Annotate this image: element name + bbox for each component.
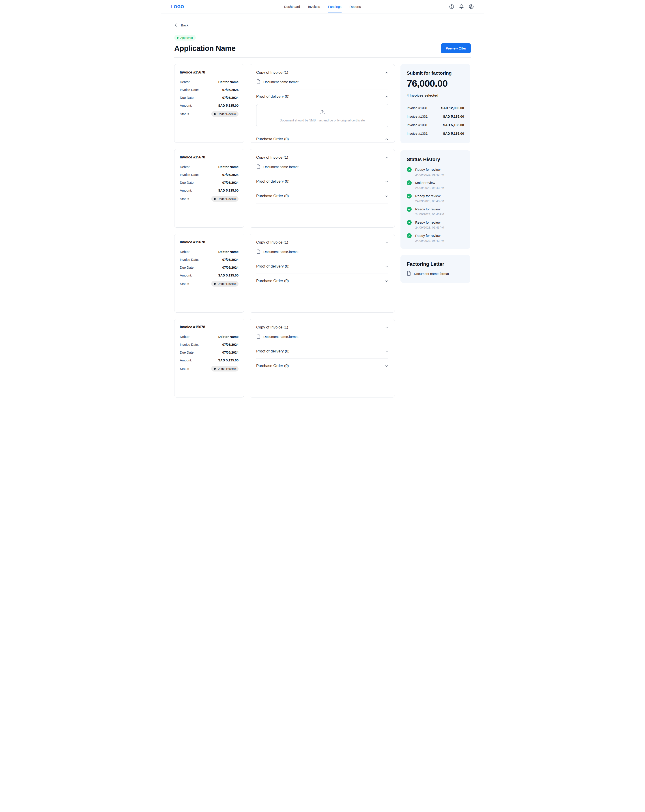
purchase-order-section-toggle[interactable]: Purchase Order (0)	[256, 193, 388, 199]
proof-of-delivery-section-toggle[interactable]: Proof of delivery (0)	[256, 179, 388, 184]
chevron-up-icon[interactable]	[385, 326, 388, 329]
section-divider	[256, 344, 388, 344]
nav-item-dashboard[interactable]: Dashboard	[284, 0, 300, 13]
amount-value: SAD 5,135.00	[218, 189, 238, 192]
document-link[interactable]: Document name.format	[256, 164, 388, 169]
back-link[interactable]: Back	[174, 23, 188, 27]
file-icon	[407, 271, 411, 276]
due-date-label: Due Date:	[180, 181, 194, 185]
chevron-down-icon[interactable]	[385, 350, 388, 353]
check-circle-icon	[407, 167, 412, 172]
copy-of-invoice-section-toggle[interactable]: Copy of Invoice (1)	[256, 155, 388, 160]
upload-dropzone[interactable]: Document should be 5MB max and be only o…	[256, 104, 388, 127]
invoice-summary-card: Invoice #15678 Debtor:Debtor Name Invoic…	[174, 149, 244, 227]
check-circle-icon	[407, 220, 412, 225]
file-icon	[256, 249, 261, 255]
status-history-item: Ready for review 24/09/2023, 06:43PM	[407, 234, 464, 243]
chevron-up-icon[interactable]	[385, 241, 388, 244]
user-account-icon[interactable]	[469, 4, 474, 9]
invoice-number: Invoice #15678	[180, 155, 238, 159]
factoring-letter-title: Factoring Letter	[407, 261, 464, 267]
debtor-value: Debtor Name	[218, 165, 238, 169]
chevron-up-icon[interactable]	[385, 137, 388, 141]
status-history-timeline: Ready for review 24/09/2023, 06:43PM Mak…	[407, 167, 464, 243]
dark-dot-icon	[214, 368, 216, 370]
status-history-item: Ready for review 24/09/2023, 06:43PM	[407, 207, 464, 220]
invoice-rows-column: Invoice #15678 Debtor:Debtor Name Invoic…	[174, 64, 395, 397]
status-history-title: Status History	[407, 157, 464, 162]
chevron-up-icon[interactable]	[385, 95, 388, 98]
section-divider	[256, 288, 388, 288]
header-divider	[174, 57, 471, 58]
purchase-order-section-toggle[interactable]: Purchase Order (0)	[256, 136, 388, 142]
due-date-label: Due Date:	[180, 266, 194, 269]
documents-panel: Copy of Invoice (1) Document name.format…	[250, 319, 395, 397]
amount-label: Amount:	[180, 359, 192, 362]
check-circle-icon	[407, 180, 412, 185]
total-amount: 76,000.00	[407, 78, 464, 89]
chevron-up-icon[interactable]	[385, 156, 388, 159]
check-circle-icon	[407, 233, 412, 238]
section-divider	[256, 189, 388, 189]
panel-divider	[407, 101, 464, 101]
file-icon	[256, 79, 261, 85]
invoice-summary-card: Invoice #15678 Debtor:Debtor Name Invoic…	[174, 319, 244, 397]
debtor-value: Debtor Name	[218, 250, 238, 253]
proof-of-delivery-section-toggle[interactable]: Proof of delivery (0)	[256, 94, 388, 99]
chevron-down-icon[interactable]	[385, 364, 388, 368]
preview-offer-button[interactable]: Preview Offer	[441, 43, 471, 53]
debtor-label: Debtor:	[180, 165, 191, 169]
section-divider	[256, 174, 388, 174]
invoice-date-value: 07/05/2024	[222, 173, 238, 177]
copy-of-invoice-section-toggle[interactable]: Copy of Invoice (1)	[256, 240, 388, 245]
primary-nav: Dashboard Invoices Fundings Reports	[284, 0, 361, 13]
under-review-pill: Under Review	[211, 111, 238, 117]
invoice-summary-card: Invoice #15678 Debtor:Debtor Name Invoic…	[174, 234, 244, 313]
status-label: Status	[180, 282, 189, 286]
purchase-order-section-toggle[interactable]: Purchase Order (0)	[256, 363, 388, 369]
under-review-pill: Under Review	[211, 281, 238, 287]
document-link[interactable]: Document name.format	[256, 79, 388, 85]
invoice-row-4: Invoice #15678 Debtor:Debtor Name Invoic…	[174, 319, 395, 397]
amount-value: SAD 5,135.00	[218, 104, 238, 107]
status-label: Status	[180, 197, 189, 201]
invoice-date-value: 07/05/2024	[222, 343, 238, 346]
chevron-down-icon[interactable]	[385, 265, 388, 268]
submit-for-factoring-panel: Submit for factoring 76,000.00 4 Invoice…	[400, 64, 470, 143]
app-logo[interactable]: LOGO	[171, 4, 184, 9]
nav-item-reports[interactable]: Reports	[349, 0, 361, 13]
dark-dot-icon	[214, 113, 216, 115]
chevron-up-icon[interactable]	[385, 71, 388, 75]
chevron-down-icon[interactable]	[385, 194, 388, 198]
status-label: Status	[180, 367, 189, 371]
under-review-pill: Under Review	[211, 196, 238, 201]
amount-value: SAD 5,135.00	[218, 359, 238, 362]
invoice-date-label: Invoice Date:	[180, 173, 199, 177]
check-circle-icon	[407, 207, 412, 212]
notifications-bell-icon[interactable]	[459, 4, 464, 9]
chevron-down-icon[interactable]	[385, 180, 388, 183]
invoice-summary-card: Invoice #15678 Debtor:Debtor Name Invoic…	[174, 64, 244, 143]
document-link[interactable]: Document name.format	[256, 249, 388, 255]
documents-panel: Copy of Invoice (1) Document name.format…	[250, 149, 395, 227]
proof-of-delivery-section-toggle[interactable]: Proof of delivery (0)	[256, 264, 388, 269]
copy-of-invoice-section-toggle[interactable]: Copy of Invoice (1)	[256, 70, 388, 75]
invoice-date-label: Invoice Date:	[180, 258, 199, 261]
proof-of-delivery-section-toggle[interactable]: Proof of delivery (0)	[256, 349, 388, 354]
chevron-down-icon[interactable]	[385, 279, 388, 283]
invoice-number: Invoice #15678	[180, 70, 238, 75]
purchase-order-section-toggle[interactable]: Purchase Order (0)	[256, 278, 388, 284]
nav-item-invoices[interactable]: Invoices	[308, 0, 320, 13]
due-date-value: 07/05/2024	[222, 181, 238, 185]
document-link[interactable]: Document name.format	[256, 334, 388, 339]
amount-label: Amount:	[180, 104, 192, 107]
factoring-letter-document-link[interactable]: Document name.format	[407, 271, 464, 276]
invoice-row-3: Invoice #15678 Debtor:Debtor Name Invoic…	[174, 234, 395, 313]
status-label: Status	[180, 112, 189, 116]
nav-item-fundings[interactable]: Fundings	[328, 0, 342, 13]
copy-of-invoice-section-toggle[interactable]: Copy of Invoice (1)	[256, 325, 388, 330]
amount-value: SAD 5,135.00	[218, 273, 238, 277]
help-icon[interactable]	[449, 4, 454, 9]
upload-icon	[319, 109, 325, 116]
invoice-row-2: Invoice #15678 Debtor:Debtor Name Invoic…	[174, 149, 395, 227]
